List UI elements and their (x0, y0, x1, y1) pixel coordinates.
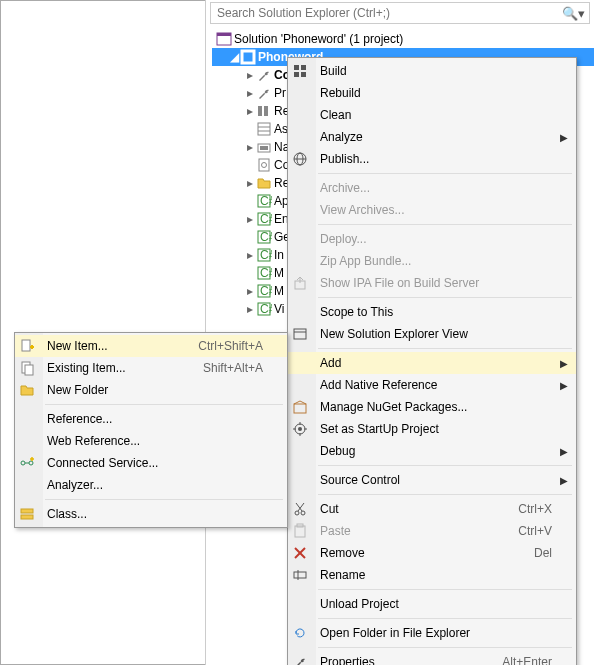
menu-separator (318, 173, 572, 174)
ctx-zip-app-bundle: Zip App Bundle... (288, 250, 576, 272)
expander-icon[interactable]: ▸ (244, 212, 256, 226)
add-new-folder[interactable]: New Folder (15, 379, 287, 401)
add-submenu: New Item...Ctrl+Shift+AExisting Item...S… (14, 332, 288, 528)
search-input[interactable] (215, 5, 562, 21)
add-web-reference[interactable]: Web Reference... (15, 430, 287, 452)
menu-separator (318, 465, 572, 466)
search-bar: 🔍▾ (210, 2, 590, 24)
menu-label: New Folder (47, 383, 263, 397)
ctx-scope-to-this[interactable]: Scope to This (288, 301, 576, 323)
ctx-debug[interactable]: Debug▶ (288, 440, 576, 462)
node-label: M (274, 284, 284, 298)
menu-label: Manage NuGet Packages... (320, 400, 552, 414)
add-reference[interactable]: Reference... (15, 408, 287, 430)
expander-icon[interactable]: ▸ (244, 176, 256, 190)
submenu-arrow-icon: ▶ (560, 358, 568, 369)
expander-icon[interactable]: ▸ (244, 86, 256, 100)
svg-rect-56 (25, 365, 33, 375)
node-icon: C# (256, 301, 272, 317)
add-existing-item[interactable]: Existing Item...Shift+Alt+A (15, 357, 287, 379)
expander-icon[interactable]: ▸ (244, 104, 256, 118)
menu-label: Rebuild (320, 86, 552, 100)
menu-label: Show IPA File on Build Server (320, 276, 552, 290)
expander-icon[interactable]: ▸ (244, 284, 256, 298)
svg-text:C#: C# (260, 266, 272, 280)
menu-label: Analyze (320, 130, 552, 144)
svg-rect-27 (294, 65, 299, 70)
ctx-unload-project[interactable]: Unload Project (288, 593, 576, 615)
shortcut-label: Del (510, 546, 552, 560)
menu-label: Unload Project (320, 597, 552, 611)
svg-rect-5 (264, 106, 268, 116)
menu-label: Connected Service... (47, 456, 263, 470)
svg-point-45 (301, 511, 305, 515)
svg-rect-60 (21, 509, 33, 513)
submenu-arrow-icon: ▶ (560, 132, 568, 143)
node-icon: C# (256, 193, 272, 209)
submenu-arrow-icon: ▶ (560, 380, 568, 391)
add-new-item[interactable]: New Item...Ctrl+Shift+A (15, 335, 287, 357)
ctx-rebuild[interactable]: Rebuild (288, 82, 576, 104)
svg-text:C#: C# (260, 212, 272, 226)
cut-icon (292, 501, 312, 517)
expander-icon[interactable]: ▸ (244, 248, 256, 262)
svg-text:C#: C# (260, 284, 272, 298)
expander-icon[interactable]: ◢ (228, 50, 240, 64)
menu-label: Paste (320, 524, 494, 538)
ctx-remove[interactable]: RemoveDel (288, 542, 576, 564)
ctx-rename[interactable]: Rename (288, 564, 576, 586)
ctx-archive: Archive... (288, 177, 576, 199)
expander-icon[interactable]: ▸ (244, 302, 256, 316)
menu-label: New Item... (47, 339, 174, 353)
svg-rect-1 (217, 33, 231, 36)
menu-separator (318, 224, 572, 225)
add-class[interactable]: Class... (15, 503, 287, 525)
solution-node[interactable]: Solution 'Phoneword' (1 project) (212, 30, 594, 48)
menu-label: New Solution Explorer View (320, 327, 552, 341)
node-icon: C# (256, 265, 272, 281)
menu-label: Cut (320, 502, 494, 516)
menu-label: Add Native Reference (320, 378, 552, 392)
ctx-source-control[interactable]: Source Control▶ (288, 469, 576, 491)
ctx-show-ipa-file-on-build-server: Show IPA File on Build Server (288, 272, 576, 294)
ctx-open-folder-in-file-explorer[interactable]: Open Folder in File Explorer (288, 622, 576, 644)
svg-rect-28 (301, 65, 306, 70)
svg-rect-4 (258, 106, 262, 116)
menu-label: Open Folder in File Explorer (320, 626, 552, 640)
ctx-new-solution-explorer-view[interactable]: New Solution Explorer View (288, 323, 576, 345)
svg-rect-37 (294, 404, 306, 413)
existing-icon (19, 360, 39, 376)
node-icon: C# (256, 229, 272, 245)
paste-icon (292, 523, 312, 539)
menu-label: Reference... (47, 412, 263, 426)
node-icon: C# (256, 283, 272, 299)
node-icon (256, 85, 272, 101)
menu-separator (45, 404, 283, 405)
solution-icon (216, 31, 232, 47)
search-icon[interactable]: 🔍▾ (562, 6, 585, 21)
add-connected-service[interactable]: Connected Service... (15, 452, 287, 474)
ctx-manage-nuget-packages[interactable]: Manage NuGet Packages... (288, 396, 576, 418)
ctx-add[interactable]: Add▶ (288, 352, 576, 374)
ctx-clean[interactable]: Clean (288, 104, 576, 126)
ctx-cut[interactable]: CutCtrl+X (288, 498, 576, 520)
ctx-properties[interactable]: PropertiesAlt+Enter (288, 651, 576, 665)
menu-label: Archive... (320, 181, 552, 195)
menu-label: Web Reference... (47, 434, 263, 448)
shortcut-label: Shift+Alt+A (179, 361, 263, 375)
ctx-publish[interactable]: Publish... (288, 148, 576, 170)
ctx-set-as-startup-project[interactable]: Set as StartUp Project (288, 418, 576, 440)
expander-icon[interactable]: ▸ (244, 68, 256, 82)
menu-label: Set as StartUp Project (320, 422, 552, 436)
menu-label: View Archives... (320, 203, 552, 217)
add-analyzer[interactable]: Analyzer... (15, 474, 287, 496)
ctx-add-native-reference[interactable]: Add Native Reference▶ (288, 374, 576, 396)
folder-icon (19, 382, 39, 398)
svg-text:C#: C# (260, 230, 272, 244)
ctx-analyze[interactable]: Analyze▶ (288, 126, 576, 148)
svg-rect-35 (294, 329, 306, 339)
menu-separator (318, 618, 572, 619)
menu-label: Add (320, 356, 552, 370)
ctx-build[interactable]: Build (288, 60, 576, 82)
expander-icon[interactable]: ▸ (244, 140, 256, 154)
